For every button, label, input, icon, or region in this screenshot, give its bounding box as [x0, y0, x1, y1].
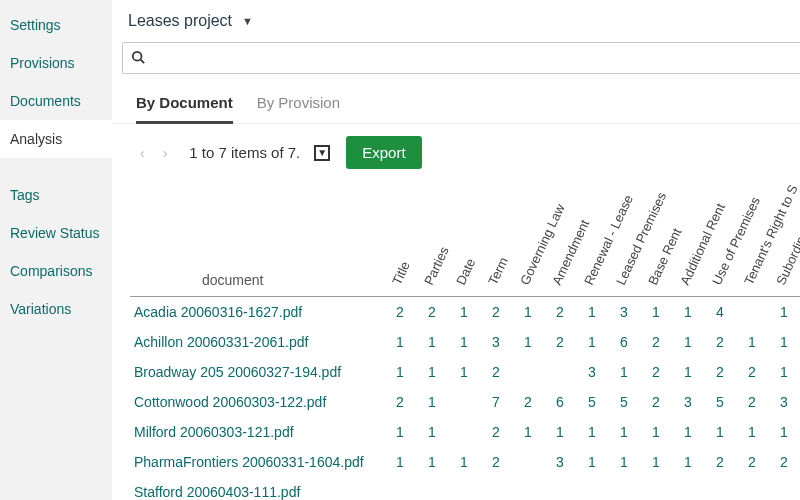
count-cell[interactable]: 1 [608, 364, 640, 380]
count-cell[interactable]: 1 [672, 304, 704, 320]
count-cell[interactable]: 3 [480, 334, 512, 350]
column-header[interactable]: Parties [416, 181, 448, 296]
sidebar-item-provisions[interactable]: Provisions [0, 44, 112, 82]
count-cell[interactable]: 2 [736, 394, 768, 410]
count-cell[interactable]: 1 [640, 304, 672, 320]
count-cell[interactable]: 1 [544, 424, 576, 440]
page-size-picker[interactable]: ▼ [314, 145, 330, 161]
count-cell[interactable]: 2 [384, 394, 416, 410]
count-cell[interactable]: 2 [384, 304, 416, 320]
column-header[interactable]: Amendment [544, 181, 576, 296]
column-header[interactable]: Leased Premises [608, 181, 640, 296]
count-cell[interactable]: 2 [640, 394, 672, 410]
column-header[interactable]: Title [384, 181, 416, 296]
count-cell[interactable]: 4 [704, 304, 736, 320]
column-header[interactable]: Subordination [768, 181, 800, 296]
count-cell[interactable]: 2 [512, 394, 544, 410]
count-cell[interactable]: 1 [672, 334, 704, 350]
count-cell[interactable]: 1 [608, 454, 640, 470]
project-selector[interactable]: Leases project ▼ [112, 6, 800, 42]
document-link[interactable]: Broadway 205 20060327-194.pdf [130, 364, 384, 380]
column-header[interactable]: Date [448, 181, 480, 296]
column-header[interactable]: Governing Law [512, 181, 544, 296]
count-cell[interactable]: 2 [736, 454, 768, 470]
count-cell[interactable]: 1 [576, 454, 608, 470]
document-link[interactable]: Achillon 20060331-2061.pdf [130, 334, 384, 350]
count-cell[interactable]: 2 [480, 424, 512, 440]
page-next-button[interactable]: › [159, 143, 172, 163]
sidebar-item-variations[interactable]: Variations [0, 290, 112, 328]
count-cell[interactable]: 1 [576, 304, 608, 320]
count-cell[interactable]: 5 [608, 394, 640, 410]
count-cell[interactable]: 1 [384, 424, 416, 440]
document-link[interactable]: Acadia 20060316-1627.pdf [130, 304, 384, 320]
count-cell[interactable]: 1 [416, 424, 448, 440]
count-cell[interactable]: 5 [576, 394, 608, 410]
count-cell[interactable]: 2 [544, 304, 576, 320]
count-cell[interactable]: 1 [576, 334, 608, 350]
page-prev-button[interactable]: ‹ [136, 143, 149, 163]
count-cell[interactable]: 3 [608, 304, 640, 320]
column-header[interactable]: Additional Rent [672, 181, 704, 296]
count-cell[interactable]: 6 [608, 334, 640, 350]
count-cell[interactable]: 3 [576, 364, 608, 380]
count-cell[interactable]: 2 [640, 334, 672, 350]
search-field[interactable] [122, 42, 800, 74]
count-cell[interactable]: 1 [768, 334, 800, 350]
count-cell[interactable]: 1 [768, 304, 800, 320]
count-cell[interactable]: 1 [576, 424, 608, 440]
column-header[interactable]: Use of Premises [704, 181, 736, 296]
count-cell[interactable]: 1 [672, 424, 704, 440]
count-cell[interactable]: 1 [736, 334, 768, 350]
count-cell[interactable]: 1 [416, 394, 448, 410]
sidebar-item-settings[interactable]: Settings [0, 6, 112, 44]
count-cell[interactable]: 2 [704, 364, 736, 380]
count-cell[interactable]: 1 [768, 424, 800, 440]
count-cell[interactable]: 1 [672, 454, 704, 470]
count-cell[interactable]: 3 [544, 454, 576, 470]
document-link[interactable]: Cottonwood 20060303-122.pdf [130, 394, 384, 410]
count-cell[interactable]: 7 [480, 394, 512, 410]
count-cell[interactable]: 1 [384, 334, 416, 350]
count-cell[interactable]: 1 [384, 364, 416, 380]
column-header[interactable]: Tenant's Right to S [736, 181, 768, 296]
search-input[interactable] [151, 50, 792, 66]
count-cell[interactable]: 2 [736, 364, 768, 380]
count-cell[interactable]: 1 [512, 334, 544, 350]
sidebar-item-comparisons[interactable]: Comparisons [0, 252, 112, 290]
count-cell[interactable]: 1 [512, 424, 544, 440]
count-cell[interactable]: 2 [640, 364, 672, 380]
column-header[interactable]: Renewal - Lease [576, 181, 608, 296]
count-cell[interactable]: 2 [704, 334, 736, 350]
sidebar-item-analysis[interactable]: Analysis [0, 120, 112, 158]
count-cell[interactable]: 1 [384, 454, 416, 470]
sidebar-item-tags[interactable]: Tags [0, 176, 112, 214]
count-cell[interactable]: 1 [672, 364, 704, 380]
count-cell[interactable]: 2 [768, 454, 800, 470]
column-header[interactable]: Term [480, 181, 512, 296]
count-cell[interactable]: 1 [416, 334, 448, 350]
sidebar-item-reviewstatus[interactable]: Review Status [0, 214, 112, 252]
export-button[interactable]: Export [346, 136, 421, 169]
count-cell[interactable]: 1 [704, 424, 736, 440]
count-cell[interactable]: 1 [448, 304, 480, 320]
count-cell[interactable]: 1 [640, 424, 672, 440]
count-cell[interactable]: 2 [544, 334, 576, 350]
count-cell[interactable]: 6 [544, 394, 576, 410]
document-link[interactable]: Milford 20060303-121.pdf [130, 424, 384, 440]
tab-by-document[interactable]: By Document [136, 88, 233, 124]
column-header[interactable]: Base Rent [640, 181, 672, 296]
count-cell[interactable]: 2 [480, 364, 512, 380]
count-cell[interactable]: 1 [448, 364, 480, 380]
count-cell[interactable]: 3 [768, 394, 800, 410]
count-cell[interactable]: 1 [448, 454, 480, 470]
count-cell[interactable]: 3 [672, 394, 704, 410]
count-cell[interactable]: 2 [704, 454, 736, 470]
count-cell[interactable]: 1 [768, 364, 800, 380]
document-link[interactable]: Stafford 20060403-111.pdf [130, 484, 384, 500]
count-cell[interactable]: 2 [480, 304, 512, 320]
count-cell[interactable]: 1 [448, 334, 480, 350]
count-cell[interactable]: 1 [640, 454, 672, 470]
count-cell[interactable]: 1 [512, 304, 544, 320]
sidebar-item-documents[interactable]: Documents [0, 82, 112, 120]
